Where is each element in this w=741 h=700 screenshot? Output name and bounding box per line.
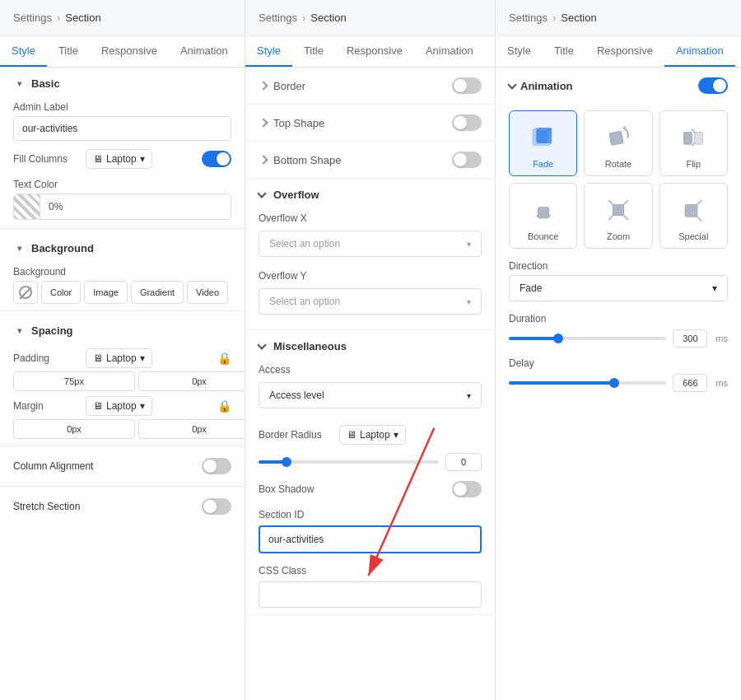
breadcrumb-current-middle: Section (310, 12, 346, 24)
border-section-left: Border (259, 80, 305, 92)
background-section-header[interactable]: ▾ Background (0, 232, 245, 264)
tab-title-middle[interactable]: Title (292, 36, 335, 67)
bottom-shape-header[interactable]: Bottom Shape (245, 142, 495, 178)
special-icon (675, 192, 711, 228)
padding-chevron: ▾ (140, 352, 145, 364)
tab-responsive-middle[interactable]: Responsive (335, 36, 414, 67)
anim-card-bounce[interactable]: Bounce (509, 183, 577, 249)
delay-slider-track[interactable] (509, 381, 666, 385)
overflow-y-select[interactable]: Select an option ▾ (259, 288, 482, 315)
tab-responsive-left[interactable]: Responsive (90, 36, 169, 67)
breadcrumb-separator-left: › (57, 12, 60, 24)
tab-style-left[interactable]: Style (0, 36, 47, 67)
overflow-y-chevron: ▾ (467, 297, 471, 306)
overflow-x-row: Overflow X Select an option ▾ (245, 211, 495, 268)
breadcrumb-parent-left[interactable]: Settings (13, 12, 52, 24)
tab-animation-middle[interactable]: Animation (414, 36, 485, 67)
direction-row: Direction Fade ▾ (496, 255, 741, 306)
svg-rect-5 (684, 132, 692, 144)
misc-arrow-icon (257, 340, 266, 349)
delay-slider-fill (509, 381, 613, 385)
column-alignment-toggle[interactable] (202, 458, 231, 474)
overflow-section: Overflow Overflow X Select an option ▾ O… (245, 179, 495, 330)
overflow-x-value: Select an option (269, 238, 340, 250)
margin-lock-icon[interactable]: 🔒 (217, 399, 231, 413)
tab-title-right[interactable]: Title (543, 36, 585, 67)
css-class-label: CSS Class (245, 560, 495, 578)
margin-right[interactable] (138, 419, 245, 439)
bg-gradient-button[interactable]: Gradient (131, 281, 184, 304)
top-shape-header[interactable]: Top Shape (245, 105, 495, 141)
top-shape-toggle[interactable] (452, 114, 482, 131)
css-class-input[interactable] (259, 581, 482, 608)
access-chevron: ▾ (467, 391, 471, 400)
direction-select[interactable]: Fade ▾ (509, 275, 728, 301)
section-id-input[interactable] (259, 525, 482, 553)
margin-device: Laptop (106, 400, 137, 412)
margin-row: Margin 🖥 Laptop ▾ 🔒 (0, 394, 245, 442)
tab-animation-right[interactable]: Animation (664, 36, 735, 67)
bg-video-button[interactable]: Video (187, 281, 228, 304)
padding-top[interactable] (13, 371, 135, 391)
anim-card-special[interactable]: Special (659, 183, 728, 249)
zoom-label: Zoom (607, 231, 630, 241)
delay-value-input[interactable] (673, 374, 707, 392)
duration-value-input[interactable] (673, 329, 707, 348)
breadcrumb-parent-middle[interactable]: Settings (259, 12, 297, 24)
bg-no-fill-button[interactable] (13, 281, 38, 304)
stretch-section-toggle[interactable] (202, 498, 231, 515)
anim-card-rotate[interactable]: Rotate (584, 110, 652, 176)
duration-slider-track[interactable] (509, 337, 666, 340)
spacing-section-header[interactable]: ▾ Spacing (0, 315, 245, 347)
bg-gradient-label: Gradient (140, 287, 175, 297)
overflow-x-select[interactable]: Select an option ▾ (259, 231, 482, 257)
special-label: Special (678, 231, 708, 241)
fill-columns-device-select[interactable]: 🖥 Laptop ▾ (86, 149, 152, 169)
tab-style-middle[interactable]: Style (245, 36, 292, 67)
breadcrumb-parent-right[interactable]: Settings (509, 12, 548, 24)
bottom-shape-toggle[interactable] (452, 152, 482, 168)
misc-header[interactable]: Miscellaneous (245, 330, 495, 362)
overflow-header[interactable]: Overflow (245, 179, 495, 211)
tab-style-right[interactable]: Style (496, 36, 543, 67)
border-radius-slider-track[interactable] (259, 460, 439, 464)
fill-columns-device: Laptop (106, 153, 137, 165)
box-shadow-toggle[interactable] (452, 481, 482, 497)
duration-unit: ms (715, 334, 728, 343)
border-toggle[interactable] (452, 77, 482, 94)
padding-right[interactable] (138, 371, 245, 391)
top-shape-section: Top Shape (245, 105, 495, 142)
duration-slider-thumb[interactable] (553, 334, 563, 343)
bottom-shape-label: Bottom Shape (273, 154, 341, 166)
tab-responsive-right[interactable]: Responsive (585, 36, 664, 67)
spacing-expand-icon: ▾ (13, 325, 25, 337)
tab-animation-left[interactable]: Animation (169, 36, 240, 67)
text-color-input-box[interactable]: 0% (13, 194, 231, 220)
bg-color-button[interactable]: Color (41, 281, 81, 304)
left-panel-content: ▾ Basic Admin Label Fill Columns 🖥 Lapto… (0, 68, 245, 700)
padding-row: Padding 🖥 Laptop ▾ 🔒 (0, 347, 245, 394)
border-section-header[interactable]: Border (245, 68, 495, 104)
direction-chevron: ▾ (712, 282, 717, 294)
margin-top[interactable] (13, 419, 135, 439)
anim-card-fade[interactable]: Fade (509, 110, 577, 176)
padding-device-select[interactable]: 🖥 Laptop ▾ (86, 348, 152, 368)
delay-slider-thumb[interactable] (609, 378, 619, 388)
basic-section-header[interactable]: ▾ Basic (0, 68, 245, 100)
animation-toggle[interactable] (698, 77, 728, 94)
fill-columns-toggle[interactable] (202, 151, 231, 167)
tab-title-left[interactable]: Title (47, 36, 90, 67)
admin-label-input[interactable] (13, 116, 231, 141)
border-radius-slider-thumb[interactable] (282, 457, 291, 467)
flip-label: Flip (686, 159, 701, 169)
anim-card-flip[interactable]: Flip (659, 110, 728, 176)
access-select[interactable]: Access level ▾ (259, 382, 482, 408)
border-radius-value-input[interactable] (445, 453, 482, 471)
bg-video-label: Video (196, 287, 219, 297)
padding-lock-icon[interactable]: 🔒 (217, 352, 231, 365)
border-radius-device-select[interactable]: 🖥 Laptop ▾ (339, 425, 406, 445)
access-value: Access level (269, 390, 324, 401)
margin-device-select[interactable]: 🖥 Laptop ▾ (86, 396, 152, 416)
anim-card-zoom[interactable]: Zoom (584, 183, 652, 249)
bg-image-button[interactable]: Image (84, 281, 128, 304)
